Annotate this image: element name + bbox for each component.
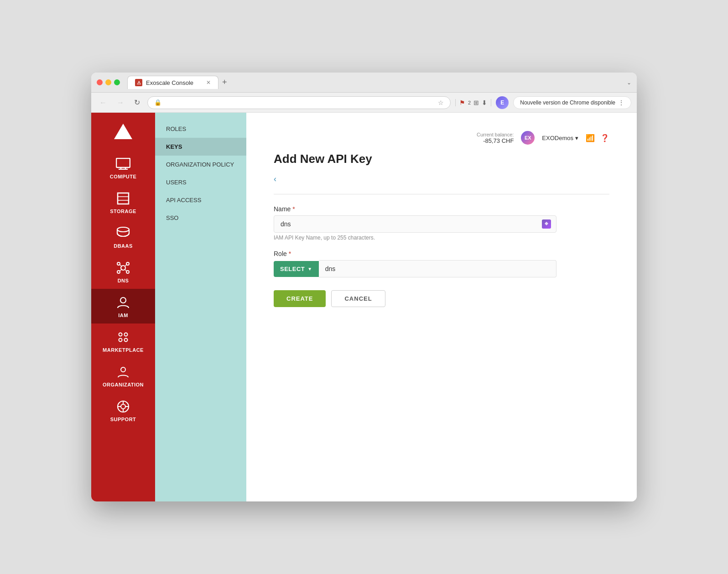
role-input-row: SELECT ▼ bbox=[274, 260, 556, 277]
svg-rect-0 bbox=[116, 158, 130, 167]
cancel-button[interactable]: CANCEL bbox=[331, 290, 385, 307]
svg-point-17 bbox=[120, 297, 126, 303]
top-bar: Current balance: -85,73 CHF EX EXODemos … bbox=[274, 131, 609, 148]
svg-point-9 bbox=[117, 262, 120, 265]
browser-toolbar: ← → ↻ 🔒 portal.exoscale.com/u/exodemos/i… bbox=[91, 93, 637, 113]
tab-title: Exoscale Console bbox=[146, 79, 193, 86]
user-initials: EX bbox=[525, 135, 531, 141]
page-title: Add New API Key bbox=[274, 152, 609, 166]
bookmark-icon[interactable]: ☆ bbox=[438, 99, 444, 106]
balance-label: Current balance: bbox=[477, 132, 514, 137]
minimize-traffic-light[interactable] bbox=[105, 79, 111, 85]
url-input[interactable]: portal.exoscale.com/u/exodemos/iam/keys/… bbox=[165, 99, 434, 106]
iam-label: IAM bbox=[118, 313, 128, 318]
ext-count: 2 bbox=[468, 100, 471, 105]
back-button[interactable]: ‹ bbox=[274, 173, 280, 185]
balance-amount: -85,73 CHF bbox=[477, 137, 514, 144]
user-menu[interactable]: EXODemos ▾ bbox=[542, 135, 578, 141]
ext-icon-1: ⚑ bbox=[459, 99, 465, 106]
user-name: EXODemos ▾ bbox=[542, 135, 578, 141]
compute-label: COMPUTE bbox=[110, 174, 137, 179]
sidebar-item-marketplace[interactable]: MARKETPLACE bbox=[91, 324, 155, 358]
sidebar-secondary-roles[interactable]: ROLES bbox=[155, 120, 246, 138]
sidebar-item-dns[interactable]: DNS bbox=[91, 254, 155, 289]
address-bar-icons: ☆ bbox=[438, 99, 444, 106]
help-icon[interactable]: ❓ bbox=[600, 134, 609, 142]
create-button[interactable]: CREATE bbox=[274, 290, 326, 307]
name-field-hint: IAM API Key Name, up to 255 characters. bbox=[274, 235, 609, 241]
balance-info: Current balance: -85,73 CHF bbox=[477, 132, 514, 144]
close-traffic-light[interactable] bbox=[97, 79, 103, 85]
compute-icon bbox=[115, 156, 131, 172]
dns-icon bbox=[115, 260, 131, 276]
user-menu-chevron-icon: ▾ bbox=[575, 135, 578, 141]
sidebar-item-storage[interactable]: STORAGE bbox=[91, 185, 155, 219]
storage-label: STORAGE bbox=[110, 209, 136, 214]
sidebar-secondary: ROLES KEYS ORGANIZATION POLICY USERS API… bbox=[155, 113, 246, 501]
fullscreen-traffic-light[interactable] bbox=[114, 79, 120, 85]
sidebar-item-organization[interactable]: ORGANIZATION bbox=[91, 358, 155, 393]
sidebar-item-compute[interactable]: COMPUTE bbox=[91, 150, 155, 185]
main-content: Current balance: -85,73 CHF EX EXODemos … bbox=[246, 113, 637, 501]
sidebar-item-dbaas[interactable]: DBAAS bbox=[91, 219, 155, 254]
add-api-key-form: Name * IAM API Key Name, up to 255 chara… bbox=[274, 205, 609, 307]
organization-icon bbox=[115, 364, 131, 380]
svg-point-24 bbox=[121, 404, 125, 409]
sidebar-secondary-api-access[interactable]: API ACCESS bbox=[155, 191, 246, 209]
browser-extensions: ⚑ 2 ⊞ ⬇ bbox=[455, 99, 491, 106]
select-chevron-icon: ▼ bbox=[307, 266, 312, 271]
sidebar-item-iam[interactable]: IAM bbox=[91, 289, 155, 324]
svg-point-19 bbox=[125, 333, 128, 336]
svg-line-15 bbox=[120, 269, 122, 271]
svg-point-18 bbox=[119, 333, 122, 336]
svg-line-16 bbox=[125, 269, 127, 271]
app-logo[interactable] bbox=[112, 120, 135, 143]
user-avatar: EX bbox=[521, 131, 535, 145]
svg-point-11 bbox=[117, 271, 120, 273]
marketplace-icon bbox=[115, 329, 131, 345]
role-select-button[interactable]: SELECT ▼ bbox=[274, 261, 319, 277]
svg-point-12 bbox=[126, 271, 129, 273]
reload-nav-button[interactable]: ↻ bbox=[131, 96, 143, 109]
address-bar[interactable]: 🔒 portal.exoscale.com/u/exodemos/iam/key… bbox=[147, 96, 451, 109]
lock-icon: 🔒 bbox=[154, 99, 161, 106]
role-form-group: Role * SELECT ▼ bbox=[274, 250, 609, 277]
profile-avatar[interactable]: E bbox=[496, 96, 509, 109]
chrome-update-banner[interactable]: Nouvelle version de Chrome disponible ⋮ bbox=[513, 96, 631, 109]
download-icon: ⬇ bbox=[482, 99, 487, 106]
tab-close-button[interactable]: ✕ bbox=[206, 79, 211, 86]
tab-favicon: ⚠ bbox=[135, 79, 142, 86]
dbaas-label: DBAAS bbox=[114, 243, 133, 249]
svg-line-14 bbox=[125, 265, 127, 266]
tab-expand-icon: ⌄ bbox=[627, 79, 631, 86]
svg-point-21 bbox=[125, 339, 128, 342]
sidebar-secondary-org-policy[interactable]: ORGANIZATION POLICY bbox=[155, 156, 246, 173]
svg-line-13 bbox=[120, 265, 122, 266]
update-banner-text: Nouvelle version de Chrome disponible bbox=[520, 99, 615, 106]
new-tab-button[interactable]: + bbox=[222, 78, 227, 87]
banner-menu-icon[interactable]: ⋮ bbox=[618, 99, 624, 106]
svg-point-20 bbox=[119, 339, 122, 342]
role-required-star: * bbox=[289, 250, 291, 257]
back-nav-button[interactable]: ← bbox=[97, 97, 109, 109]
logo-triangle-icon bbox=[114, 124, 132, 139]
support-icon bbox=[115, 398, 131, 415]
sidebar-left: COMPUTE STORAGE bbox=[91, 113, 155, 501]
organization-label: ORGANIZATION bbox=[103, 382, 144, 387]
ext-icon-2: ⊞ bbox=[473, 99, 479, 106]
svg-point-22 bbox=[121, 367, 125, 372]
active-tab[interactable]: ⚠ Exoscale Console ✕ bbox=[127, 76, 218, 89]
role-text-input[interactable] bbox=[319, 260, 556, 277]
section-divider bbox=[274, 194, 609, 194]
forward-nav-button[interactable]: → bbox=[114, 97, 127, 109]
support-label: SUPPORT bbox=[110, 417, 136, 422]
name-input[interactable] bbox=[274, 215, 556, 233]
sidebar-secondary-sso[interactable]: SSO bbox=[155, 209, 246, 227]
marketplace-label: MARKETPLACE bbox=[103, 347, 144, 353]
app-container: COMPUTE STORAGE bbox=[91, 113, 637, 501]
sidebar-item-support[interactable]: SUPPORT bbox=[91, 393, 155, 428]
svg-rect-4 bbox=[118, 193, 129, 204]
sidebar-secondary-users[interactable]: USERS bbox=[155, 173, 246, 191]
sidebar-secondary-keys[interactable]: KEYS bbox=[155, 138, 246, 156]
traffic-lights bbox=[97, 79, 120, 85]
